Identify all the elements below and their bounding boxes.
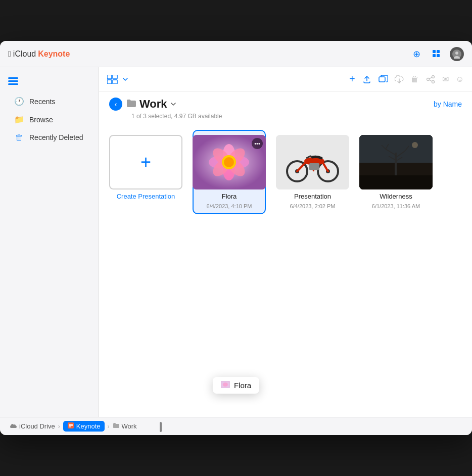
- svg-point-52: [223, 383, 228, 387]
- mail-button[interactable]: ✉: [442, 74, 449, 84]
- sidebar-item-deleted[interactable]: 🗑 Recently Deleted: [4, 129, 95, 146]
- content-toolbar: +: [99, 67, 472, 91]
- svg-rect-3: [437, 54, 440, 57]
- work-folder-icon: [113, 422, 120, 430]
- svg-rect-12: [107, 80, 112, 84]
- svg-rect-56: [69, 426, 71, 427]
- svg-rect-9: [8, 83, 18, 85]
- view-toggle-button[interactable]: [107, 75, 118, 84]
- share-link-button[interactable]: [426, 75, 435, 84]
- create-plus-icon: +: [140, 152, 151, 173]
- folder-icon: [126, 99, 136, 110]
- title-bar-actions: ⊕: [409, 47, 464, 61]
- svg-rect-0: [433, 50, 436, 53]
- folder-chevron-icon[interactable]: [170, 100, 176, 108]
- flora-filename: Flora: [222, 193, 237, 200]
- presentation-thumbnail: [276, 135, 349, 189]
- svg-rect-2: [433, 54, 436, 57]
- add-button[interactable]: ⊕: [409, 47, 423, 61]
- cloud-download-button[interactable]: [395, 75, 404, 84]
- create-label: Create Presentation: [117, 193, 175, 200]
- app-logo:  iCloud Keynote: [8, 50, 409, 59]
- delete-button[interactable]: 🗑: [411, 75, 419, 84]
- upload-button[interactable]: [362, 75, 371, 84]
- cursor-indicator: [160, 422, 162, 432]
- svg-rect-13: [113, 80, 117, 84]
- svg-rect-37: [309, 163, 319, 170]
- create-presentation-thumbnail: +: [109, 135, 182, 189]
- svg-point-17: [432, 80, 434, 83]
- sidebar-item-recents[interactable]: 🕐 Recents: [4, 92, 95, 110]
- flora-file-item[interactable]: ••• Flora 6/4/2023, 4:10 PM: [193, 130, 266, 214]
- breadcrumb-keynote[interactable]: Keynote: [63, 421, 105, 432]
- folder-subtitle: 1 of 3 selected, 4.97 GB available: [99, 113, 472, 126]
- app-window:  iCloud Keynote ⊕: [0, 41, 472, 435]
- sidebar-item-browse-label: Browse: [29, 116, 53, 124]
- grid-view-button[interactable]: [430, 47, 444, 61]
- back-button[interactable]: ‹: [109, 98, 122, 111]
- flora-thumbnail: •••: [193, 135, 266, 189]
- create-presentation-item[interactable]: + Create Presentation: [109, 130, 182, 214]
- view-sort-chevron[interactable]: [122, 76, 128, 82]
- deleted-icon: 🗑: [14, 133, 24, 142]
- wilderness-svg: [359, 135, 433, 189]
- svg-rect-11: [113, 75, 117, 79]
- files-grid: + Create Presentation: [99, 126, 472, 417]
- presentation-filename: Presentation: [294, 193, 331, 200]
- wilderness-filedate: 6/1/2023, 11:36 AM: [372, 203, 420, 209]
- sidebar-item-browse[interactable]: 📁 Browse: [4, 111, 95, 128]
- keynote-label: Keynote: [38, 50, 70, 59]
- folder-title-area: ‹ Work: [109, 98, 176, 111]
- work-breadcrumb-label: Work: [122, 422, 137, 430]
- motorcycle-svg: [276, 135, 349, 189]
- svg-rect-1: [437, 50, 440, 53]
- svg-line-18: [429, 77, 432, 79]
- more-options-button[interactable]: •••: [252, 138, 263, 149]
- keynote-breadcrumb-icon: [67, 422, 74, 431]
- svg-point-16: [427, 78, 429, 80]
- wilderness-filename: Wilderness: [380, 193, 412, 200]
- toolbar-right: +: [349, 73, 464, 85]
- apple-icon: : [8, 50, 11, 59]
- sidebar-toggle[interactable]: [0, 73, 99, 92]
- svg-rect-50: [359, 175, 433, 189]
- main-layout: 🕐 Recents 📁 Browse 🗑 Recently Deleted: [0, 67, 472, 417]
- breadcrumb-sep-1: ›: [58, 423, 60, 430]
- breadcrumb-bar: iCloud Drive › Keynote › Work: [0, 417, 472, 435]
- keynote-breadcrumb-label: Keynote: [76, 422, 101, 430]
- svg-rect-7: [8, 77, 18, 79]
- sidebar-item-recents-label: Recents: [29, 98, 55, 106]
- breadcrumb-sep-2: ›: [108, 423, 110, 430]
- icloud-drive-icon: [10, 422, 17, 430]
- emoji-button[interactable]: ☺: [456, 75, 464, 84]
- svg-line-19: [429, 80, 432, 81]
- svg-rect-55: [69, 425, 73, 426]
- svg-rect-8: [8, 80, 18, 82]
- sort-by-name-button[interactable]: by Name: [434, 100, 462, 108]
- flora-filedate: 6/4/2023, 4:10 PM: [207, 203, 252, 209]
- popup-filename: Flora: [234, 381, 251, 390]
- recents-icon: 🕐: [14, 97, 24, 106]
- rename-popup: Flora: [213, 377, 259, 394]
- sidebar: 🕐 Recents 📁 Browse 🗑 Recently Deleted: [0, 67, 99, 417]
- svg-point-15: [432, 75, 434, 78]
- svg-point-5: [455, 52, 458, 55]
- sidebar-item-deleted-label: Recently Deleted: [29, 133, 83, 141]
- folder-icon-label: Work: [126, 98, 176, 111]
- breadcrumb-work[interactable]: Work: [113, 422, 137, 430]
- svg-point-49: [412, 142, 418, 148]
- breadcrumb-icloud-drive[interactable]: iCloud Drive: [10, 422, 55, 430]
- popup-file-icon: [221, 381, 230, 390]
- create-new-button[interactable]: +: [349, 73, 355, 85]
- folder-name: Work: [139, 98, 167, 111]
- svg-rect-10: [107, 75, 112, 79]
- browse-icon: 📁: [14, 115, 24, 124]
- svg-rect-54: [69, 424, 73, 425]
- move-button[interactable]: [379, 75, 388, 84]
- user-avatar[interactable]: [450, 47, 464, 61]
- wilderness-file-item[interactable]: Wilderness 6/1/2023, 11:36 AM: [359, 130, 433, 214]
- svg-rect-14: [379, 77, 385, 82]
- presentation-filedate: 6/4/2023, 2:02 PM: [290, 203, 336, 209]
- svg-point-30: [224, 157, 234, 167]
- presentation-file-item[interactable]: Presentation 6/4/2023, 2:02 PM: [276, 130, 349, 214]
